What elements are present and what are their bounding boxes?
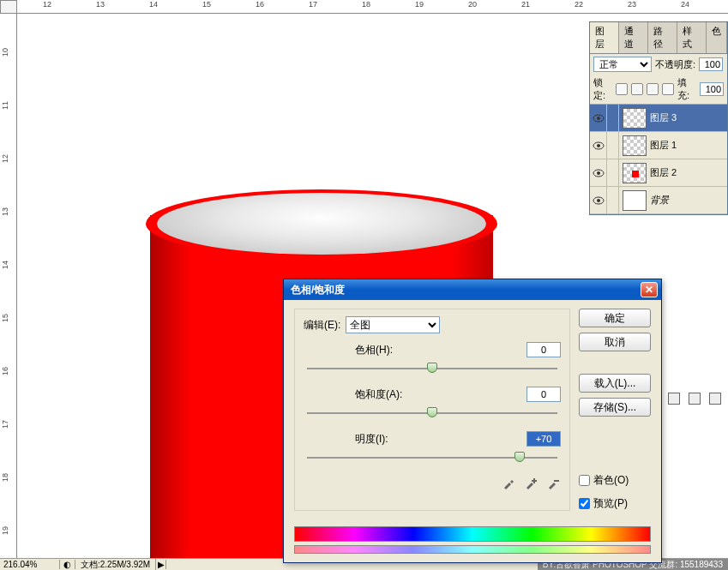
- edit-label: 编辑(E):: [304, 318, 340, 333]
- ok-button[interactable]: 确定: [579, 309, 651, 327]
- dialog-titlebar[interactable]: 色相/饱和度 ✕: [284, 279, 661, 300]
- eyedropper-minus-icon[interactable]: [545, 476, 561, 491]
- horizontal-ruler: 12 13 14 15 16 17 18 19 20 21 22 23 24 2…: [17, 0, 728, 14]
- colorize-checkbox[interactable]: [579, 475, 590, 486]
- layers-panel: 图层 通道 路径 样式 色 正常 不透明度: 锁定: 填充: 图层 3: [589, 21, 728, 215]
- slider-thumb[interactable]: [427, 407, 437, 417]
- close-icon[interactable]: ✕: [641, 282, 658, 297]
- eyedropper-plus-icon[interactable]: [523, 476, 538, 491]
- hue-saturation-dialog: 色相/饱和度 ✕ 编辑(E): 全图 色相(H): 饱和度(A):: [283, 279, 662, 563]
- saturation-slider[interactable]: [307, 407, 557, 419]
- status-icon: ◐: [60, 560, 75, 569]
- lightness-slider[interactable]: [307, 452, 557, 464]
- svg-rect-8: [554, 480, 559, 482]
- zoom-level[interactable]: 216.04%: [0, 560, 60, 569]
- layer-thumbnail: [623, 135, 647, 156]
- lock-all-icon[interactable]: [662, 83, 674, 95]
- visibility-icon[interactable]: [590, 132, 607, 159]
- panel-icon[interactable]: [668, 393, 680, 405]
- lock-label: 锁定:: [593, 76, 612, 102]
- lightness-label: 明度(I):: [355, 432, 388, 447]
- spectrum-bar-result: [294, 545, 651, 554]
- layer-thumbnail: [623, 190, 647, 211]
- lock-transparency-icon[interactable]: [616, 83, 628, 95]
- load-button[interactable]: 载入(L)...: [579, 374, 651, 393]
- tab-paths[interactable]: 路径: [648, 22, 677, 53]
- opacity-input[interactable]: [699, 57, 723, 71]
- lightness-input[interactable]: [526, 431, 561, 447]
- doc-size: 文档:2.25M/3.92M: [75, 559, 156, 571]
- vertical-ruler: 10 11 12 13 14 15 16 17 18 19: [0, 14, 17, 558]
- hue-label: 色相(H):: [355, 343, 393, 357]
- layer-name: 背景: [650, 194, 669, 207]
- panel-bottom-icons: [668, 393, 721, 405]
- edit-select[interactable]: 全图: [346, 316, 440, 333]
- dialog-title: 色相/饱和度: [287, 283, 641, 297]
- layer-row[interactable]: 图层 1: [590, 132, 727, 159]
- eyedropper-icon[interactable]: [501, 476, 516, 491]
- tab-colors[interactable]: 色: [707, 22, 727, 53]
- layer-name: 图层 3: [650, 111, 677, 124]
- visibility-icon[interactable]: [590, 187, 607, 213]
- hue-input[interactable]: [526, 342, 561, 357]
- tab-layers[interactable]: 图层: [590, 22, 619, 53]
- cancel-button[interactable]: 取消: [579, 333, 651, 351]
- status-menu-arrow-icon[interactable]: ▶: [156, 560, 166, 569]
- layer-thumbnail: [623, 163, 647, 183]
- svg-point-3: [597, 144, 600, 147]
- blend-mode-select[interactable]: 正常: [593, 57, 652, 72]
- hue-slider[interactable]: [307, 363, 557, 375]
- save-button[interactable]: 存储(S)...: [579, 398, 651, 417]
- ruler-corner: [0, 0, 17, 14]
- lock-position-icon[interactable]: [647, 83, 659, 95]
- colorize-label: 着色(O): [593, 473, 629, 488]
- panel-icon[interactable]: [689, 393, 701, 405]
- saturation-label: 饱和度(A):: [355, 387, 402, 402]
- layer-row[interactable]: 背景: [590, 187, 727, 214]
- preview-label: 预览(P): [593, 496, 628, 511]
- lock-pixels-icon[interactable]: [631, 83, 643, 95]
- visibility-icon[interactable]: [590, 159, 607, 186]
- svg-point-1: [597, 117, 600, 120]
- saturation-input[interactable]: [526, 387, 561, 402]
- visibility-icon[interactable]: [590, 105, 607, 131]
- fill-label: 填充:: [677, 76, 696, 102]
- layer-thumbnail: [623, 108, 647, 129]
- opacity-label: 不透明度:: [655, 58, 695, 71]
- svg-point-7: [597, 199, 600, 202]
- spectrum-bar: [294, 526, 651, 542]
- slider-thumb[interactable]: [514, 452, 525, 462]
- tab-channels[interactable]: 通道: [619, 22, 648, 53]
- preview-checkbox[interactable]: [579, 498, 590, 509]
- layer-row[interactable]: 图层 2: [590, 159, 727, 187]
- tab-styles[interactable]: 样式: [677, 22, 707, 53]
- layer-row[interactable]: 图层 3: [590, 105, 727, 132]
- layer-name: 图层 1: [650, 139, 677, 152]
- slider-thumb[interactable]: [427, 363, 437, 373]
- fill-input[interactable]: [700, 82, 724, 96]
- panel-icon[interactable]: [709, 393, 721, 405]
- svg-point-5: [597, 171, 600, 175]
- layer-name: 图层 2: [650, 166, 677, 179]
